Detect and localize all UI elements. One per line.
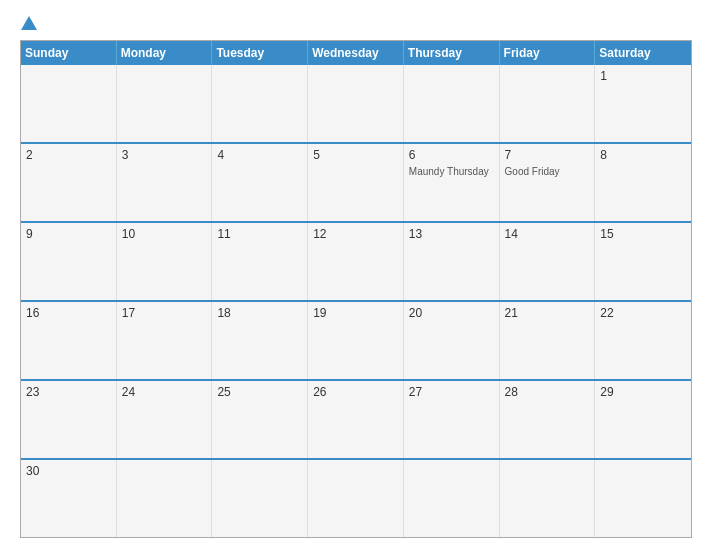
weekday-header-wednesday: Wednesday: [308, 41, 404, 65]
day-number: 18: [217, 306, 302, 320]
calendar-cell: 29: [595, 381, 691, 458]
day-number: 28: [505, 385, 590, 399]
calendar-week-2: 23456Maundy Thursday7Good Friday8: [21, 142, 691, 221]
calendar-cell: 21: [500, 302, 596, 379]
day-number: 23: [26, 385, 111, 399]
calendar-week-4: 16171819202122: [21, 300, 691, 379]
holiday-label: Good Friday: [505, 166, 590, 177]
calendar-cell: 27: [404, 381, 500, 458]
weekday-header-row: SundayMondayTuesdayWednesdayThursdayFrid…: [21, 41, 691, 65]
day-number: 3: [122, 148, 207, 162]
weekday-header-monday: Monday: [117, 41, 213, 65]
calendar-cell: 28: [500, 381, 596, 458]
day-number: 27: [409, 385, 494, 399]
day-number: 7: [505, 148, 590, 162]
calendar-week-3: 9101112131415: [21, 221, 691, 300]
holiday-label: Maundy Thursday: [409, 166, 494, 177]
weekday-header-thursday: Thursday: [404, 41, 500, 65]
day-number: 11: [217, 227, 302, 241]
day-number: 21: [505, 306, 590, 320]
header: [20, 18, 692, 30]
day-number: 22: [600, 306, 686, 320]
calendar-cell: [21, 65, 117, 142]
day-number: 13: [409, 227, 494, 241]
calendar-cell: [117, 460, 213, 537]
calendar-cell: 22: [595, 302, 691, 379]
day-number: 30: [26, 464, 111, 478]
calendar-cell: 3: [117, 144, 213, 221]
calendar-week-5: 23242526272829: [21, 379, 691, 458]
calendar-cell: 26: [308, 381, 404, 458]
day-number: 15: [600, 227, 686, 241]
day-number: 1: [600, 69, 686, 83]
calendar-cell: [308, 65, 404, 142]
calendar-cell: 5: [308, 144, 404, 221]
day-number: 5: [313, 148, 398, 162]
day-number: 19: [313, 306, 398, 320]
weekday-header-tuesday: Tuesday: [212, 41, 308, 65]
calendar-cell: 20: [404, 302, 500, 379]
calendar-body: 123456Maundy Thursday7Good Friday8910111…: [21, 65, 691, 537]
calendar-cell: 17: [117, 302, 213, 379]
calendar-cell: 2: [21, 144, 117, 221]
calendar-cell: 25: [212, 381, 308, 458]
calendar-cell: 15: [595, 223, 691, 300]
day-number: 26: [313, 385, 398, 399]
day-number: 25: [217, 385, 302, 399]
calendar-page: SundayMondayTuesdayWednesdayThursdayFrid…: [0, 0, 712, 550]
day-number: 12: [313, 227, 398, 241]
day-number: 29: [600, 385, 686, 399]
day-number: 16: [26, 306, 111, 320]
calendar-cell: 6Maundy Thursday: [404, 144, 500, 221]
day-number: 4: [217, 148, 302, 162]
calendar-cell: 30: [21, 460, 117, 537]
calendar-cell: 1: [595, 65, 691, 142]
calendar-cell: 19: [308, 302, 404, 379]
calendar-cell: 23: [21, 381, 117, 458]
calendar-cell: [500, 65, 596, 142]
calendar-week-1: 1: [21, 65, 691, 142]
day-number: 17: [122, 306, 207, 320]
logo-triangle-icon: [21, 16, 37, 30]
weekday-header-sunday: Sunday: [21, 41, 117, 65]
day-number: 20: [409, 306, 494, 320]
calendar-cell: [308, 460, 404, 537]
weekday-header-saturday: Saturday: [595, 41, 691, 65]
calendar-cell: [595, 460, 691, 537]
calendar-cell: 8: [595, 144, 691, 221]
logo: [20, 18, 38, 30]
calendar-cell: 16: [21, 302, 117, 379]
calendar-cell: 13: [404, 223, 500, 300]
calendar-cell: [212, 65, 308, 142]
calendar-cell: [404, 65, 500, 142]
calendar-cell: 24: [117, 381, 213, 458]
calendar-cell: 9: [21, 223, 117, 300]
day-number: 6: [409, 148, 494, 162]
calendar-cell: 14: [500, 223, 596, 300]
calendar-week-6: 30: [21, 458, 691, 537]
calendar-grid: SundayMondayTuesdayWednesdayThursdayFrid…: [20, 40, 692, 538]
day-number: 24: [122, 385, 207, 399]
calendar-cell: [212, 460, 308, 537]
calendar-cell: 12: [308, 223, 404, 300]
calendar-cell: [117, 65, 213, 142]
weekday-header-friday: Friday: [500, 41, 596, 65]
day-number: 10: [122, 227, 207, 241]
day-number: 2: [26, 148, 111, 162]
calendar-cell: 11: [212, 223, 308, 300]
calendar-cell: 10: [117, 223, 213, 300]
day-number: 8: [600, 148, 686, 162]
calendar-cell: 4: [212, 144, 308, 221]
calendar-cell: 18: [212, 302, 308, 379]
calendar-cell: [404, 460, 500, 537]
calendar-cell: [500, 460, 596, 537]
day-number: 14: [505, 227, 590, 241]
calendar-cell: 7Good Friday: [500, 144, 596, 221]
day-number: 9: [26, 227, 111, 241]
